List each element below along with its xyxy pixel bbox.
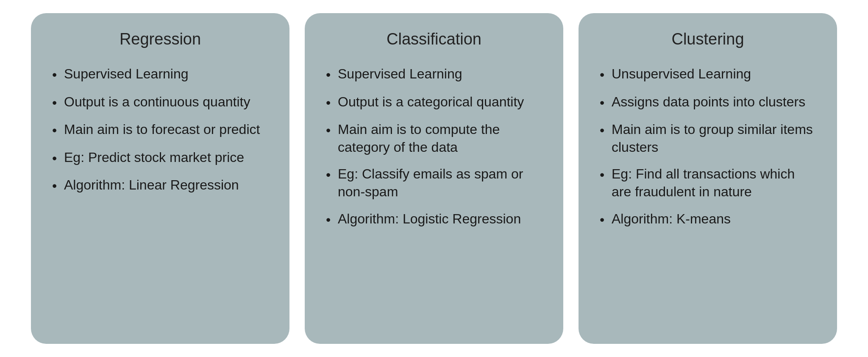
- list-item-text: Eg: Predict stock market price: [64, 149, 268, 167]
- list-item: •Eg: Classify emails as spam or non-spam: [326, 165, 542, 201]
- list-item-text: Main aim is to compute the category of t…: [338, 121, 542, 156]
- bullet-icon: •: [600, 122, 612, 139]
- list-item: •Algorithm: K-means: [600, 210, 816, 229]
- regression-list: •Supervised Learning•Output is a continu…: [52, 65, 268, 195]
- bullet-icon: •: [52, 122, 64, 139]
- list-item: •Eg: Predict stock market price: [52, 149, 268, 167]
- list-item: •Supervised Learning: [326, 65, 542, 84]
- list-item: •Output is a categorical quantity: [326, 93, 542, 112]
- list-item: •Unsupervised Learning: [600, 65, 816, 84]
- list-item: • Main aim is to group similar items clu…: [600, 121, 816, 156]
- list-item-text: Supervised Learning: [338, 65, 542, 83]
- regression-title: Regression: [52, 30, 268, 53]
- bullet-icon: •: [600, 94, 612, 112]
- bullet-icon: •: [52, 94, 64, 112]
- list-item-text: Assigns data points into clusters: [612, 93, 816, 111]
- card-regression: Regression•Supervised Learning•Output is…: [31, 13, 289, 344]
- list-item-text: Supervised Learning: [64, 65, 268, 83]
- bullet-icon: •: [52, 66, 64, 84]
- cards-container: Regression•Supervised Learning•Output is…: [0, 0, 868, 357]
- bullet-icon: •: [52, 150, 64, 167]
- list-item-text: Eg: Find all transactions which are frau…: [612, 165, 816, 201]
- list-item-text: Eg: Classify emails as spam or non-spam: [338, 165, 542, 201]
- list-item: •Eg: Find all transactions which are fra…: [600, 165, 816, 201]
- list-item-text: Output is a continuous quantity: [64, 93, 268, 111]
- list-item: •Algorithm: Logistic Regression: [326, 210, 542, 229]
- list-item: •Main aim is to compute the category of …: [326, 121, 542, 156]
- classification-title: Classification: [326, 30, 542, 53]
- list-item-text: Algorithm: Linear Regression: [64, 176, 268, 194]
- list-item-text: Output is a categorical quantity: [338, 93, 542, 111]
- bullet-icon: •: [600, 66, 612, 84]
- list-item-text: Unsupervised Learning: [612, 65, 816, 83]
- bullet-icon: •: [326, 66, 338, 84]
- list-item-text: Algorithm: Logistic Regression: [338, 210, 542, 228]
- bullet-icon: •: [326, 94, 338, 112]
- bullet-icon: •: [600, 211, 612, 229]
- list-item: •Supervised Learning: [52, 65, 268, 84]
- card-clustering: Clustering•Unsupervised Learning•Assigns…: [579, 13, 837, 344]
- bullet-icon: •: [326, 122, 338, 139]
- bullet-icon: •: [326, 166, 338, 184]
- list-item: •Algorithm: Linear Regression: [52, 176, 268, 195]
- list-item-text: Main aim is to group similar items clust…: [612, 121, 816, 156]
- list-item: •Output is a continuous quantity: [52, 93, 268, 112]
- bullet-icon: •: [52, 177, 64, 195]
- clustering-list: •Unsupervised Learning•Assigns data poin…: [600, 65, 816, 229]
- list-item-text: Main aim is to forecast or predict: [64, 121, 268, 139]
- list-item: •Assigns data points into clusters: [600, 93, 816, 112]
- card-classification: Classification•Supervised Learning•Outpu…: [305, 13, 563, 344]
- classification-list: •Supervised Learning•Output is a categor…: [326, 65, 542, 229]
- list-item: •Main aim is to forecast or predict: [52, 121, 268, 139]
- clustering-title: Clustering: [600, 30, 816, 53]
- list-item-text: Algorithm: K-means: [612, 210, 816, 228]
- bullet-icon: •: [326, 211, 338, 229]
- bullet-icon: •: [600, 166, 612, 184]
